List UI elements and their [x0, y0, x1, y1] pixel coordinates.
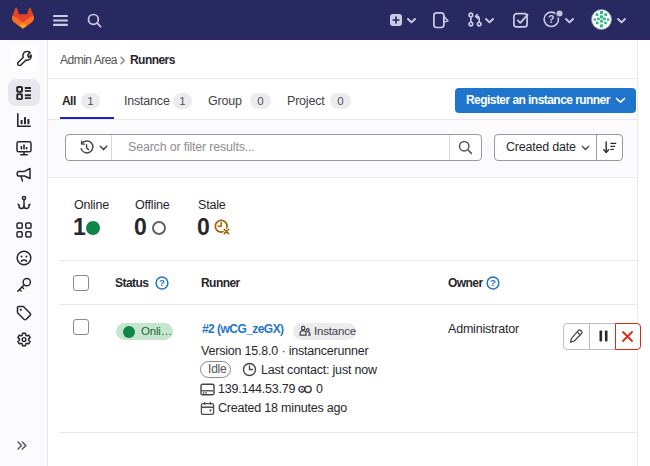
svg-text:?: ?: [159, 277, 165, 288]
svg-text:?: ?: [490, 277, 496, 288]
svg-text:?: ?: [548, 13, 554, 25]
